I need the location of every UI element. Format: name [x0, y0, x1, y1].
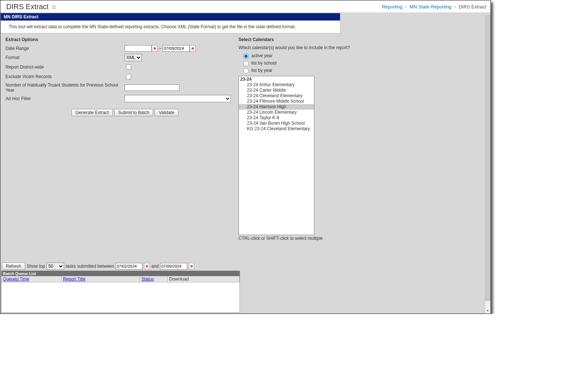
district-wide-checkbox[interactable]	[126, 65, 131, 70]
batch-date-end-input[interactable]	[160, 263, 187, 270]
format-label: Format	[5, 55, 125, 60]
breadcrumb-reporting[interactable]: Reporting	[382, 4, 402, 10]
validate-button[interactable]: Validate	[155, 109, 178, 116]
date-range-label: Date Range	[5, 46, 125, 51]
breadcrumb-current: DIRS Extract	[459, 4, 486, 10]
calendar-item[interactable]: 23-24 Taylor K-8	[239, 115, 314, 121]
submit-to-batch-button[interactable]: Submit to Batch	[114, 109, 154, 116]
tool-header: MN DIRS Extract	[1, 13, 340, 21]
tool-description: This tool will extract data to complete …	[1, 21, 340, 33]
date-range-end-input[interactable]	[163, 45, 190, 52]
calendar-item[interactable]: 23-24 Fillmore Middle School	[239, 99, 314, 104]
calendar-item[interactable]: 23-24 Harrison High	[239, 104, 314, 110]
calendar-icon[interactable]: ▦	[144, 263, 150, 270]
col-report-title[interactable]: Report Title	[62, 276, 140, 282]
exclude-victim-checkbox[interactable]	[126, 74, 131, 79]
col-download: Download	[168, 276, 240, 282]
calendar-item[interactable]: 23-24 Arthur Elementary	[239, 82, 314, 88]
batch-queue-title: Batch Queue List	[1, 271, 240, 276]
calendar-question: Which calendar(s) would you like to incl…	[235, 45, 484, 50]
breadcrumb: Reporting › MN State Reporting › DIRS Ex…	[382, 4, 486, 10]
refresh-button[interactable]: Refresh	[2, 263, 25, 270]
generate-extract-button[interactable]: Generate Extract	[71, 109, 113, 116]
list-by-school-radio[interactable]	[243, 61, 249, 66]
select-calendars-title: Select Calendars	[235, 37, 484, 42]
page-title: DIRS Extract	[6, 3, 49, 11]
calendar-item[interactable]: KG 23-24 Cleveland Elementary	[239, 126, 314, 132]
calendar-icon[interactable]: ▦	[190, 45, 196, 52]
batch-queue-body	[1, 282, 240, 312]
favorite-star-icon[interactable]: ☆	[51, 3, 57, 11]
format-select[interactable]: XML	[125, 54, 142, 61]
calendar-item[interactable]: 23-24 Carter Middle	[239, 88, 314, 93]
vertical-scrollbar[interactable]: ▾	[485, 15, 491, 314]
calendar-icon[interactable]: ▦	[189, 263, 195, 270]
batch-and-label: and	[151, 264, 159, 269]
truant-input[interactable]	[125, 84, 180, 91]
adhoc-select[interactable]	[125, 95, 231, 102]
chevron-right-icon: ›	[405, 4, 407, 10]
calendar-item[interactable]: 23-24 Van Buren High School	[239, 121, 314, 126]
extract-options-title: Extract Options	[2, 37, 235, 42]
list-by-year-label: list by year	[251, 68, 272, 73]
calendar-group[interactable]: 23-24	[239, 76, 314, 82]
col-status[interactable]: Status	[140, 276, 168, 282]
chevron-right-icon: ›	[454, 4, 456, 10]
breadcrumb-state-reporting[interactable]: MN State Reporting	[410, 4, 451, 10]
show-top-label: Show top	[27, 264, 45, 269]
adhoc-label: Ad Hoc Filter	[5, 96, 125, 101]
date-range-separator: --	[159, 46, 162, 51]
list-by-school-label: list by school	[251, 61, 277, 66]
calendar-item[interactable]: 23-24 Cleveland Elementary	[239, 93, 314, 99]
col-queued-time[interactable]: Queued Time	[1, 276, 62, 282]
calendar-multiselect-hint: CTRL-click or SHIFT-click to select mult…	[235, 236, 484, 241]
list-by-year-radio[interactable]	[243, 68, 249, 74]
calendar-icon[interactable]: ▦	[152, 45, 158, 52]
scroll-down-arrow-icon[interactable]: ▾	[485, 308, 491, 314]
exclude-victim-label: Exclude Victim Records	[5, 74, 125, 79]
show-top-select[interactable]: 50	[47, 263, 64, 270]
calendar-listbox[interactable]: 23-24 23-24 Arthur Elementary 23-24 Cart…	[238, 76, 314, 235]
scrollbar-thumb[interactable]	[485, 15, 491, 301]
district-wide-label: Report District-wide	[5, 65, 125, 70]
active-year-label: active year	[251, 53, 273, 58]
batch-date-start-input[interactable]	[115, 263, 143, 270]
truant-label: Number of Habitually Truant Students for…	[5, 83, 125, 93]
calendar-item[interactable]: 23-24 Lincoln Elementary	[239, 110, 314, 115]
active-year-radio[interactable]	[243, 54, 249, 59]
tasks-between-label: tasks submitted between	[66, 264, 114, 269]
date-range-start-input[interactable]	[125, 45, 152, 52]
